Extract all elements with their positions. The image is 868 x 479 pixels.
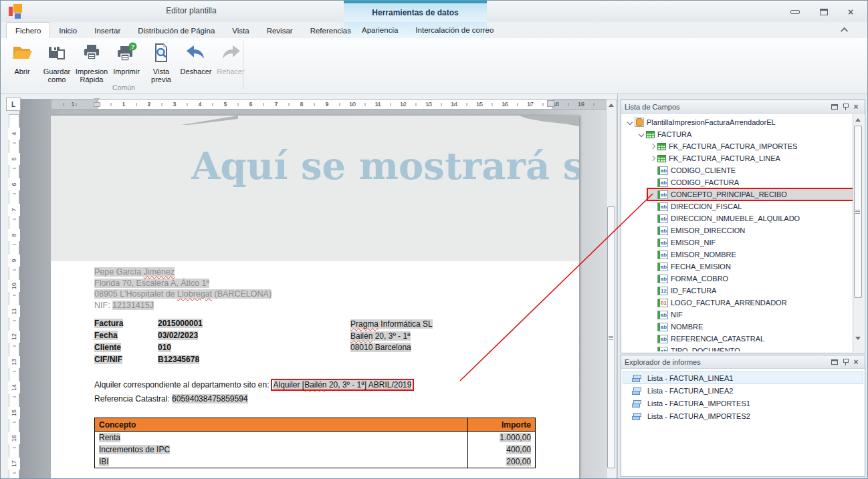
tree-item-direccion-fiscal[interactable]: abDIRECCION_FISCAL	[623, 200, 853, 212]
scroll-up-icon[interactable]	[853, 115, 863, 124]
scrollbar-grip[interactable]	[855, 210, 860, 214]
ruler-number: 5	[219, 101, 232, 108]
logo-placeholder[interactable]: Aquí se mostrará su	[51, 116, 579, 261]
tab-apariencia[interactable]: Apariencia	[353, 22, 407, 38]
tree-item-nombre[interactable]: abNOMBRE	[623, 321, 853, 333]
tree-item-label: CODIGO_FACTURA	[671, 178, 739, 186]
chevron-right-icon[interactable]	[648, 156, 657, 160]
indent-marker[interactable]	[94, 98, 100, 107]
invoice-field-value[interactable]: 03/02/2023	[158, 331, 198, 340]
chevron-right-icon[interactable]	[648, 144, 657, 148]
guardar-como-button[interactable]: Guardar como	[39, 39, 74, 86]
impresion-rapida-button[interactable]: Impresion Rápida	[74, 39, 109, 86]
imprimir-button[interactable]: ?Imprimir	[109, 39, 144, 86]
tree-item-fk-factura-factura-importes[interactable]: FK_FACTURA_FACTURA_IMPORTES	[623, 140, 853, 152]
close-icon[interactable]: ×	[851, 357, 861, 367]
tree-item-codigo-factura[interactable]: abCODIGO_FACTURA	[623, 176, 853, 188]
invoice-field-value[interactable]: 2015000001	[158, 319, 203, 328]
tree-item-fk-factura-factura-linea[interactable]: FK_FACTURA_FACTURA_LINEA	[623, 152, 853, 164]
table-header-importe: Importe	[468, 418, 536, 432]
tree-item-factura[interactable]: FACTURA	[623, 128, 853, 140]
ruler-number: 12	[397, 101, 410, 108]
tree-item-content: abREFERENCIA_CATASTRAL	[648, 333, 853, 344]
tree-item-label: TIPO_DOCUMENTO	[671, 347, 740, 351]
concept-merge-field[interactable]: Alquiler [Bailén 20, 3º - 1ª] ABRIL/2019	[271, 379, 415, 391]
tab-distribucion-de-pagina[interactable]: Distribución de Página	[129, 23, 223, 39]
tab-revisar[interactable]: Revisar	[258, 23, 302, 39]
tree-item-id-factura[interactable]: 12ID_FACTURA	[623, 285, 853, 297]
quick-print-icon	[81, 42, 102, 66]
tree-item-logo-factura-arrendador[interactable]: 01LOGO_FACTURA_ARRENDADOR	[623, 297, 853, 309]
torn-paper-decoration	[181, 116, 238, 125]
maximize-icon[interactable]	[829, 102, 840, 112]
tree-item-fecha-emision[interactable]: abFECHA_EMISION	[623, 261, 853, 273]
number-field-icon: 12	[657, 287, 668, 295]
right-margin-marker[interactable]	[547, 100, 554, 107]
ruler-number: 3	[168, 101, 181, 108]
vertical-ruler[interactable]: 4567891011121314151617	[9, 114, 19, 479]
tree-item-emisor-direccion[interactable]: abEMISOR_DIRECCION	[623, 224, 853, 236]
close-icon[interactable]: ×	[842, 7, 859, 17]
explorer-item-lista-factura-importes2[interactable]: Lista - FACTURA_IMPORTES2	[623, 410, 863, 422]
deshacer-button[interactable]: Deshacer	[179, 39, 213, 86]
tree-item-content: abEMISOR_DIRECCION	[648, 225, 853, 236]
tree-item-concepto-principal-recibo[interactable]: abCONCEPTO_PRINCIPAL_RECIBO	[623, 188, 853, 200]
scroll-up-icon[interactable]	[607, 100, 616, 110]
doc-text-segment: Jiménez	[144, 267, 175, 277]
abrir-button[interactable]: Abrir	[5, 39, 39, 86]
tab-inicio[interactable]: Inicio	[50, 23, 86, 39]
close-icon[interactable]: ×	[851, 102, 861, 112]
chevron-down-icon[interactable]	[637, 132, 646, 136]
tab-insertar[interactable]: Insertar	[86, 23, 129, 39]
ruler-number: 17	[8, 458, 20, 470]
ruler-number: 6	[8, 178, 20, 190]
tree-item-emisor-nif[interactable]: abEMISOR_NIF	[623, 236, 853, 249]
tree-item-direccion-inmueble-alquilado[interactable]: abDIRECCION_INMUEBLE_ALQUILADO	[623, 212, 853, 224]
tree-item-emisor-nombre[interactable]: abEMISOR_NOMBRE	[623, 249, 853, 261]
invoice-field-value[interactable]: B12345678	[158, 355, 199, 364]
doc-text-line: 08010 Barcelona	[350, 342, 433, 354]
report-explorer-list: Lista - FACTURA_LINEA1Lista - FACTURA_LI…	[623, 371, 863, 475]
tree-item-content: abFECHA_EMISION	[648, 261, 853, 272]
tab-fichero[interactable]: Fichero	[6, 22, 50, 38]
tab-vista[interactable]: Vista	[223, 23, 257, 39]
minimize-icon[interactable]	[786, 7, 804, 17]
vista-previa-button[interactable]: Vista previa	[144, 39, 179, 86]
table-row: IBI200,00	[95, 456, 536, 468]
field-list-scrollbar[interactable]	[853, 114, 864, 352]
scrollbar-grip[interactable]	[609, 336, 613, 340]
pin-icon[interactable]	[840, 102, 851, 112]
tab-stop-selector[interactable]: L	[6, 98, 21, 111]
ruler-number: 6	[244, 101, 257, 108]
dock-panels-column: Lista de Campos × PlantillaImpresionFact…	[617, 94, 868, 479]
horizontal-ruler[interactable]: 123456789101112131415161718191	[51, 99, 608, 110]
tree-item-nif[interactable]: abNIF	[623, 309, 853, 321]
explorer-item-lista-factura-importes1[interactable]: Lista - FACTURA_IMPORTES1	[623, 397, 863, 410]
doc-text-segment: Bailén	[350, 331, 372, 341]
maximize-icon[interactable]	[829, 357, 840, 367]
document-scrollbar[interactable]	[606, 99, 617, 479]
collapse-ribbon-icon[interactable]	[839, 25, 851, 35]
tree-item-referencia-catastral[interactable]: abREFERENCIA_CATASTRAL	[623, 333, 853, 345]
table-icon	[646, 131, 655, 138]
text-field-icon: ab	[657, 202, 668, 211]
maximize-icon[interactable]	[815, 7, 833, 17]
doc-text-segment: (BARCELONA)	[212, 289, 272, 299]
invoice-field-row: Factura2015000001	[94, 319, 203, 331]
ruler-number: 1	[66, 101, 80, 108]
pin-icon[interactable]	[840, 357, 851, 367]
ruler-number: 9	[320, 101, 334, 108]
tree-item-plantillaimpresionfacturaarrendadorel[interactable]: PlantillaImpresionFacturaArrendadorEL	[623, 116, 853, 128]
tree-item-forma-cobro[interactable]: abFORMA_COBRO	[623, 273, 853, 285]
tree-item-label: ID_FACTURA	[671, 287, 716, 295]
doc-text-segment: Pragma	[350, 319, 378, 329]
explorer-item-lista-factura-linea1[interactable]: Lista - FACTURA_LINEA1	[623, 371, 863, 384]
explorer-item-lista-factura-linea2[interactable]: Lista - FACTURA_LINEA2	[623, 384, 863, 397]
list-band-icon	[632, 374, 641, 382]
tab-intercalacion-de-correo[interactable]: Intercalación de correo	[407, 22, 502, 38]
invoice-field-value[interactable]: 010	[158, 343, 171, 352]
tree-item-codigo-cliente[interactable]: abCODIGO_CLIENTE	[623, 164, 853, 176]
chevron-down-icon[interactable]	[625, 120, 635, 124]
tree-item-tipo-documento[interactable]: abTIPO_DOCUMENTO	[623, 345, 853, 351]
scroll-down-icon[interactable]	[853, 333, 863, 343]
